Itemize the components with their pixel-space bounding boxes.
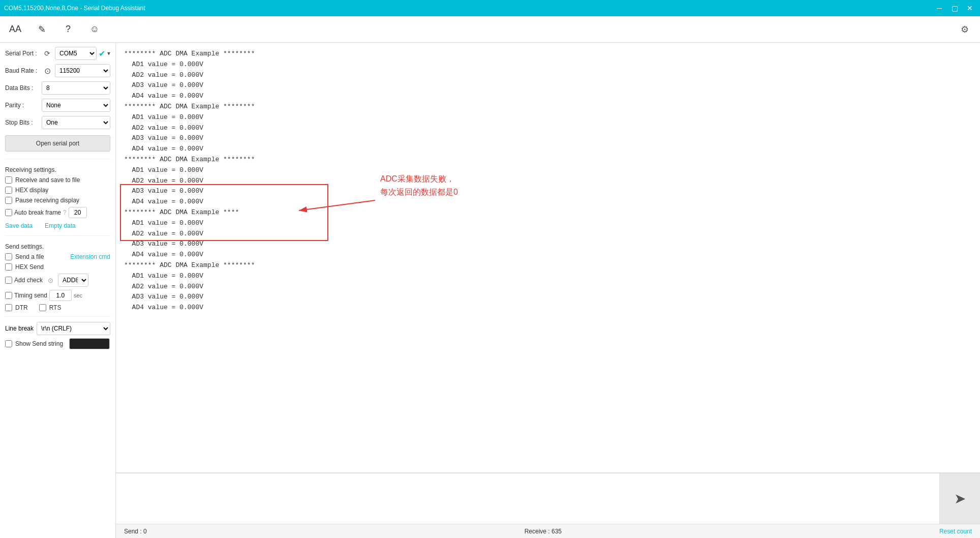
output-line: AD4 value = 0.000V <box>124 303 972 313</box>
send-file-label: Send a file <box>15 253 44 260</box>
window-title: COM5,115200,None,8,One - Serial Debug As… <box>4 5 145 12</box>
extension-cmd-button[interactable]: Extension cmd <box>70 253 110 260</box>
rts-checkbox[interactable] <box>39 304 46 311</box>
add-check-checkbox[interactable] <box>5 277 12 284</box>
reset-count-button[interactable]: Reset count <box>939 528 972 535</box>
close-button[interactable]: ✕ <box>964 2 976 14</box>
settings-button[interactable]: ⚙ <box>956 20 974 39</box>
output-line: ******** ADC DMA Example ******** <box>124 102 972 112</box>
divider-3 <box>5 316 110 317</box>
auto-break-row: Auto break frame ? <box>5 207 110 218</box>
empty-data-button[interactable]: Empty data <box>45 222 76 229</box>
send-area: ➤ <box>116 473 980 524</box>
timing-send-checkbox[interactable] <box>5 292 12 299</box>
dtr-rts-row: DTR RTS <box>5 304 110 311</box>
output-line: AD3 value = 0.000V <box>124 239 972 250</box>
edit-button[interactable]: ✎ <box>33 20 51 39</box>
output-line: AD4 value = 0.000V <box>124 197 972 207</box>
send-input[interactable] <box>116 473 939 524</box>
stop-bits-label: Stop Bits : <box>5 119 40 126</box>
data-bits-select[interactable]: 8 <box>42 81 110 95</box>
output-line: AD2 value = 0.000V <box>124 176 972 187</box>
output-line: ******** ADC DMA Example **** <box>124 207 972 218</box>
output-line: AD2 value = 0.000V <box>124 229 972 240</box>
hex-send-checkbox[interactable] <box>5 263 12 271</box>
baud-rate-select[interactable]: 115200 <box>55 64 110 77</box>
pause-display-checkbox[interactable] <box>5 197 12 204</box>
receive-count: Receive : 635 <box>525 528 562 535</box>
main-layout: Serial Port : ⟳ COM5 ✔ ▾ Baud Rate : ⊙ 1… <box>0 43 980 538</box>
dtr-checkbox[interactable] <box>5 304 12 311</box>
baud-rate-row: Baud Rate : ⊙ 115200 <box>5 64 110 77</box>
connected-icon: ✔ <box>99 49 105 58</box>
help-button[interactable]: ? <box>59 20 77 39</box>
output-line: ******** ADC DMA Example ******** <box>124 155 972 165</box>
output-line: AD1 value = 0.000V <box>124 112 972 123</box>
rts-label: RTS <box>49 304 62 311</box>
output-line: AD3 value = 0.000V <box>124 186 972 197</box>
serial-port-label: Serial Port : <box>5 50 40 57</box>
auto-break-checkbox[interactable] <box>5 209 12 216</box>
output-line: AD2 value = 0.000V <box>124 123 972 134</box>
sec-label: sec <box>74 292 82 298</box>
toolbar: AA ✎ ? ☺ ⚙ <box>0 16 980 43</box>
serial-port-select[interactable]: COM5 <box>55 47 97 60</box>
parity-select[interactable]: None <box>42 99 110 112</box>
receive-file-label: Receive and save to file <box>15 176 80 184</box>
timing-send-label: Timing send <box>14 292 47 299</box>
stop-bits-select[interactable]: One <box>42 116 110 129</box>
hex-display-checkbox[interactable] <box>5 187 12 194</box>
receive-file-row: Receive and save to file <box>5 176 110 184</box>
parity-row: Parity : None <box>5 99 110 112</box>
output-line: AD2 value = 0.000V <box>124 70 972 81</box>
pause-display-label: Pause receiving display <box>15 197 79 204</box>
output-line: AD2 value = 0.000V <box>124 282 972 292</box>
receiving-settings-title: Receiving settings. <box>5 166 110 173</box>
show-send-row: Show Send string <box>5 338 110 349</box>
line-break-select[interactable]: \r\n (CRLF) <box>37 322 110 335</box>
font-button[interactable]: AA <box>6 20 24 39</box>
add-check-label: Add check <box>14 277 43 284</box>
output-line: AD4 value = 0.000V <box>124 144 972 155</box>
title-bar: COM5,115200,None,8,One - Serial Debug As… <box>0 0 980 16</box>
output-line: AD1 value = 0.000V <box>124 271 972 282</box>
serial-refresh-icon[interactable]: ⟳ <box>42 48 53 59</box>
dtr-label: DTR <box>15 304 28 311</box>
auto-break-value-input[interactable] <box>69 207 87 218</box>
show-send-checkbox[interactable] <box>5 340 12 347</box>
baud-rate-label: Baud Rate : <box>5 67 40 74</box>
hex-send-row: HEX Send <box>5 263 110 271</box>
line-break-label: Line break <box>5 325 34 332</box>
output-line: ******** ADC DMA Example ******** <box>124 49 972 59</box>
timing-send-input[interactable] <box>49 290 72 301</box>
hex-send-label: HEX Send <box>15 263 44 271</box>
emoji-button[interactable]: ☺ <box>85 20 104 39</box>
output-line: ******** ADC DMA Example ******** <box>124 260 972 271</box>
open-serial-port-button[interactable]: Open serial port <box>5 135 110 152</box>
baud-icon[interactable]: ⊙ <box>42 65 53 76</box>
auto-break-label: Auto break frame <box>14 209 61 216</box>
serial-output[interactable]: ******** ADC DMA Example ******** AD1 va… <box>116 43 980 473</box>
receive-file-checkbox[interactable] <box>5 176 12 184</box>
output-line: AD1 value = 0.000V <box>124 218 972 229</box>
send-file-checkbox[interactable] <box>5 253 12 260</box>
send-button[interactable]: ➤ <box>939 473 980 524</box>
add-check-icon[interactable]: ⊙ <box>45 275 56 286</box>
serial-port-row: Serial Port : ⟳ COM5 ✔ ▾ <box>5 47 110 60</box>
add-check-select[interactable]: ADD8 <box>58 274 88 287</box>
status-bar: Send : 0 Receive : 635 Reset count <box>116 524 980 538</box>
parity-label: Parity : <box>5 102 40 109</box>
output-line: AD3 value = 0.000V <box>124 133 972 144</box>
send-count: Send : 0 <box>124 528 147 535</box>
data-bits-label: Data Bits : <box>5 84 40 92</box>
output-line: AD4 value = 0.000V <box>124 91 972 102</box>
content-area: ******** ADC DMA Example ******** AD1 va… <box>116 43 980 538</box>
output-line: AD4 value = 0.000V <box>124 250 972 260</box>
sidebar: Serial Port : ⟳ COM5 ✔ ▾ Baud Rate : ⊙ 1… <box>0 43 116 538</box>
minimize-button[interactable]: ─ <box>933 2 945 14</box>
save-data-button[interactable]: Save data <box>5 222 33 229</box>
color-picker[interactable] <box>69 338 110 349</box>
data-bits-row: Data Bits : 8 <box>5 81 110 95</box>
maximize-button[interactable]: ▢ <box>948 2 961 14</box>
hex-display-label: HEX display <box>15 187 48 194</box>
